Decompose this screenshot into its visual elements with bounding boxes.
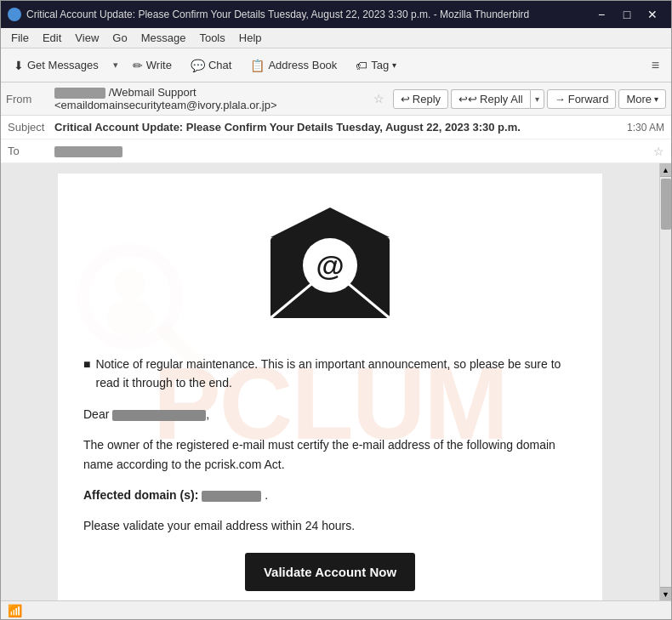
status-icon: 📶 bbox=[8, 604, 22, 617]
app-icon bbox=[8, 8, 21, 21]
menu-tools[interactable]: Tools bbox=[192, 30, 231, 46]
reply-all-group: ↩↩ Reply All ▾ bbox=[451, 89, 544, 109]
close-button[interactable]: ✕ bbox=[641, 6, 664, 23]
more-label: More bbox=[626, 93, 652, 105]
from-name-redacted bbox=[54, 88, 105, 99]
address-book-label: Address Book bbox=[268, 59, 337, 71]
reply-label: Reply bbox=[413, 93, 441, 105]
email-scroll-area[interactable]: PCLUM bbox=[1, 163, 659, 600]
forward-label: Forward bbox=[568, 93, 609, 105]
title-bar: Critical Account Update: Please Confirm … bbox=[1, 1, 671, 28]
svg-text:@: @ bbox=[316, 249, 344, 282]
scroll-down-button[interactable]: ▼ bbox=[660, 587, 672, 600]
address-book-button[interactable]: 📋 Address Book bbox=[242, 54, 345, 77]
reply-all-icon: ↩↩ bbox=[458, 93, 477, 105]
tag-button[interactable]: 🏷 Tag ▾ bbox=[348, 54, 404, 77]
chat-icon: 💬 bbox=[191, 59, 205, 72]
forward-icon: → bbox=[555, 93, 566, 105]
more-button[interactable]: More ▾ bbox=[618, 89, 666, 109]
notice-paragraph: Notice of regular maintenance. This is a… bbox=[83, 355, 577, 393]
email-body: PCLUM bbox=[58, 173, 602, 600]
to-address-redacted bbox=[54, 146, 122, 157]
reply-all-button[interactable]: ↩↩ Reply All bbox=[451, 89, 530, 109]
from-label: From bbox=[6, 93, 53, 105]
email-time: 1:30 AM bbox=[627, 122, 664, 134]
email-icon-container: @ bbox=[83, 199, 577, 329]
subject-row: Subject Critical Account Update: Please … bbox=[1, 116, 671, 139]
menu-message[interactable]: Message bbox=[134, 30, 193, 46]
reply-all-label: Reply All bbox=[480, 93, 523, 105]
menu-view[interactable]: View bbox=[68, 30, 105, 46]
subject-label: Subject bbox=[8, 121, 54, 134]
dear-name-redacted bbox=[112, 410, 206, 421]
validate-account-button[interactable]: Validate Account Now bbox=[245, 553, 415, 591]
more-dropdown-icon: ▾ bbox=[654, 94, 658, 104]
chat-button[interactable]: 💬 Chat bbox=[183, 54, 239, 77]
tag-label: Tag bbox=[371, 59, 389, 71]
subject-value: Critical Account Update: Please Confirm … bbox=[54, 121, 620, 134]
menu-help[interactable]: Help bbox=[232, 30, 269, 46]
minimize-button[interactable]: − bbox=[589, 6, 613, 23]
body-paragraph-2: Please validate your email address withi… bbox=[83, 516, 577, 535]
forward-button[interactable]: → Forward bbox=[547, 89, 617, 109]
star-icon[interactable]: ☆ bbox=[373, 92, 384, 105]
hamburger-menu-button[interactable]: ≡ bbox=[645, 54, 666, 77]
get-messages-icon: ⬇ bbox=[14, 59, 24, 72]
tag-dropdown-icon: ▾ bbox=[392, 60, 396, 70]
menu-bar: File Edit View Go Message Tools Help bbox=[1, 28, 671, 48]
to-label: To bbox=[8, 145, 54, 157]
email-content-area: PCLUM bbox=[1, 163, 671, 600]
period: . bbox=[265, 488, 268, 502]
reply-all-dropdown[interactable]: ▾ bbox=[530, 89, 544, 109]
email-action-bar: From /Webmail Support <emaildomainsecuri… bbox=[1, 82, 671, 116]
to-value bbox=[54, 145, 650, 157]
menu-edit[interactable]: Edit bbox=[36, 30, 68, 46]
scroll-thumb[interactable] bbox=[661, 179, 671, 230]
affected-label: Affected domain (s): bbox=[83, 488, 198, 502]
svg-marker-5 bbox=[271, 208, 390, 237]
to-row: To ☆ bbox=[1, 139, 671, 163]
notice-text: Notice of regular maintenance. This is a… bbox=[95, 355, 577, 393]
affected-domain-redacted bbox=[202, 491, 261, 502]
to-star-icon[interactable]: ☆ bbox=[653, 145, 664, 158]
reply-icon: ↩ bbox=[401, 93, 410, 105]
write-label: Write bbox=[146, 59, 172, 71]
menu-go[interactable]: Go bbox=[105, 30, 134, 46]
dear-paragraph: Dear , bbox=[83, 405, 577, 424]
status-bar: 📶 bbox=[1, 600, 671, 619]
tag-icon: 🏷 bbox=[356, 59, 367, 72]
dear-prefix: Dear bbox=[83, 407, 109, 421]
address-book-icon: 📋 bbox=[250, 59, 265, 72]
window-controls: − □ ✕ bbox=[589, 6, 664, 23]
chat-label: Chat bbox=[208, 59, 231, 71]
write-button[interactable]: ✏ Write bbox=[125, 54, 179, 77]
reply-button[interactable]: ↩ Reply bbox=[393, 89, 448, 109]
get-messages-dropdown[interactable]: ▾ bbox=[110, 55, 122, 75]
vertical-scrollbar[interactable]: ▲ ▼ bbox=[659, 163, 671, 600]
window-title: Critical Account Update: Please Confirm … bbox=[26, 9, 589, 20]
main-window: Critical Account Update: Please Confirm … bbox=[0, 0, 672, 620]
get-messages-button[interactable]: ⬇ Get Messages bbox=[6, 54, 106, 77]
toolbar: ⬇ Get Messages ▾ ✏ Write 💬 Chat 📋 Addres… bbox=[1, 48, 671, 82]
menu-file[interactable]: File bbox=[4, 30, 36, 46]
get-messages-label: Get Messages bbox=[27, 59, 99, 71]
scroll-up-button[interactable]: ▲ bbox=[660, 163, 672, 177]
from-value: /Webmail Support <emaildomainsecuritytea… bbox=[54, 86, 368, 111]
email-text-content: Notice of regular maintenance. This is a… bbox=[83, 355, 577, 591]
email-envelope-icon: @ bbox=[253, 199, 407, 327]
maximize-button[interactable]: □ bbox=[615, 6, 639, 23]
affected-domain-paragraph: Affected domain (s): . bbox=[83, 486, 577, 504]
write-icon: ✏ bbox=[133, 59, 143, 72]
body-paragraph-1: The owner of the registered e-mail must … bbox=[83, 435, 577, 474]
